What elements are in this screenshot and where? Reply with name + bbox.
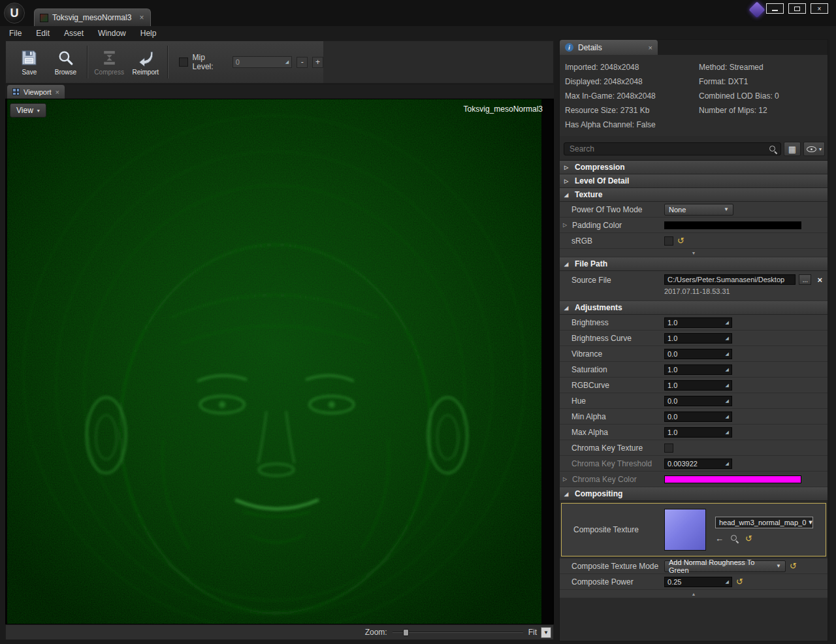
mip-level-spinbox[interactable]: 0 ◢ [233, 56, 292, 68]
property-row-power-of-two: Power Of Two Mode None ▼ [560, 202, 828, 217]
brightness-input[interactable]: 1.0 ◢ [664, 317, 732, 328]
composite-texture-picker[interactable]: head_wm3_normal_map_0 ▾ [715, 517, 813, 528]
expand-icon[interactable]: ▷ [563, 222, 570, 228]
use-selected-asset-icon[interactable]: ← [715, 534, 724, 543]
clear-path-icon[interactable]: × [817, 275, 822, 285]
power-of-two-dropdown[interactable]: None ▼ [664, 204, 733, 216]
asset-tab[interactable]: Toksvig_mesoNormal3 × [34, 8, 151, 26]
info-icon: i [565, 43, 573, 52]
reimport-button[interactable]: Reimport [127, 43, 164, 81]
chevron-down-icon: ▼ [543, 630, 549, 636]
category-compositing[interactable]: ◢ Compositing [560, 487, 828, 501]
search-box [564, 142, 781, 155]
mip-plus-button[interactable]: + [312, 57, 323, 68]
category-label: Texture [575, 190, 602, 199]
info-format: Format: DXT1 [699, 74, 821, 89]
reset-to-default-icon[interactable]: ↺ [736, 577, 743, 586]
composite-power-input[interactable]: 0.25 ◢ [664, 577, 732, 587]
expand-icon: ▷ [564, 178, 570, 184]
reset-to-default-icon[interactable]: ↺ [790, 562, 797, 570]
brightness-curve-label: Brightness Curve [571, 334, 632, 343]
vibrance-label: Vibrance [571, 349, 602, 359]
info-method: Method: Streamed [699, 60, 821, 74]
category-file-path[interactable]: ◢ File Path [560, 257, 828, 271]
zoom-slider[interactable] [393, 628, 523, 637]
max-alpha-input[interactable]: 1.0 ◢ [664, 427, 732, 438]
menu-help[interactable]: Help [140, 29, 157, 38]
reset-to-default-icon[interactable]: ↺ [677, 236, 684, 245]
find-in-browser-icon[interactable] [730, 534, 739, 543]
texture-preview[interactable] [7, 99, 541, 624]
close-button[interactable]: × [811, 3, 828, 14]
zoom-label: Zoom: [365, 628, 387, 637]
menu-file[interactable]: File [9, 29, 22, 38]
composite-texture-thumbnail[interactable] [664, 509, 706, 551]
reset-to-default-icon[interactable]: ↺ [745, 534, 752, 543]
min-alpha-input[interactable]: 0.0 ◢ [664, 411, 732, 422]
category-texture[interactable]: ◢ Texture [560, 188, 828, 202]
menu-asset[interactable]: Asset [64, 29, 84, 38]
details-tab-close-icon[interactable]: × [649, 44, 652, 52]
maximize-button[interactable] [788, 3, 806, 14]
toolbar: Save Browse C [5, 40, 554, 84]
compositing-advanced-expander[interactable]: ▲ [560, 590, 828, 598]
mip-level-checkbox[interactable] [179, 57, 188, 67]
category-compression[interactable]: ▷ Compression [560, 161, 828, 174]
view-options-grid-button[interactable]: ▦ [784, 142, 801, 156]
minimize-button[interactable] [766, 3, 784, 14]
asset-tab-close-icon[interactable]: × [139, 13, 144, 22]
category-adjustments[interactable]: ◢ Adjustments [560, 301, 828, 315]
zoom-slider-thumb[interactable] [403, 629, 409, 636]
chroma-key-texture-checkbox[interactable] [664, 443, 673, 453]
visibility-filter-button[interactable]: ▾ [803, 142, 825, 156]
info-has-alpha: Has Alpha Channel: False [565, 118, 699, 132]
composite-mode-dropdown[interactable]: Add Normal Roughness To Green ▼ [664, 560, 786, 572]
search-input[interactable] [564, 142, 781, 155]
mip-minus-button[interactable]: - [297, 57, 308, 68]
rgbcurve-input[interactable]: 1.0 ◢ [664, 380, 732, 391]
grid-icon: ▦ [788, 144, 796, 154]
texture-asset-icon [40, 14, 48, 22]
srgb-checkbox[interactable] [664, 236, 673, 246]
info-resource-size: Resource Size: 2731 Kb [565, 103, 699, 118]
spinner-icon: ◢ [726, 351, 729, 357]
browse-button[interactable]: Browse [48, 43, 84, 81]
chevron-down-icon: ▾ [819, 146, 822, 152]
browse-magnifier-icon [57, 49, 74, 67]
zoom-slider-track[interactable] [393, 632, 523, 633]
chroma-key-threshold-input[interactable]: 0.003922 ◢ [664, 459, 732, 469]
eye-icon [807, 146, 816, 152]
asset-tab-label: Toksvig_mesoNormal3 [52, 13, 131, 22]
vibrance-input[interactable]: 0.0 ◢ [664, 349, 732, 359]
hue-input[interactable]: 0.0 ◢ [664, 396, 732, 406]
expand-icon[interactable]: ▷ [563, 476, 570, 482]
spinner-icon: ◢ [285, 59, 289, 65]
collapse-icon: ◢ [564, 192, 570, 198]
menu-window[interactable]: Window [98, 29, 126, 38]
tab-details[interactable]: i Details × [560, 40, 658, 55]
info-displayed: Displayed: 2048x2048 [565, 74, 699, 89]
brightness-curve-input[interactable]: 1.0 ◢ [664, 333, 732, 344]
menu-edit[interactable]: Edit [36, 29, 50, 38]
fit-dropdown-button[interactable]: ▼ [541, 627, 551, 638]
tab-viewport[interactable]: Viewport × [7, 85, 65, 99]
view-menu-button[interactable]: View ▾ [10, 103, 46, 118]
saturation-input[interactable]: 1.0 ◢ [664, 364, 732, 375]
texture-advanced-expander[interactable]: ▼ [560, 249, 828, 257]
max-alpha-label: Max Alpha [571, 428, 608, 437]
property-row-min-alpha: Min Alpha 0.0 ◢ [560, 409, 828, 425]
property-label: sRGB [560, 236, 664, 246]
viewport-tab-close-icon[interactable]: × [56, 88, 59, 96]
mip-level-group: Mip Level: 0 ◢ - + [179, 53, 323, 71]
category-level-of-detail[interactable]: ▷ Level Of Detail [560, 174, 828, 188]
texture-viewport[interactable]: View ▾ Toksvig_mesoNormal3 [5, 99, 554, 624]
source-file-field[interactable]: C:/Users/Peter.Sumanaseni/Desktop [664, 274, 796, 285]
category-label: Compositing [575, 489, 622, 498]
reimport-label: Reimport [133, 69, 159, 76]
padding-color-swatch[interactable] [664, 221, 801, 229]
save-button[interactable]: Save [11, 43, 48, 81]
compress-icon [101, 49, 118, 67]
browse-file-button[interactable]: ... [799, 274, 811, 285]
property-value: None ▼ [664, 204, 828, 216]
chroma-key-color-swatch[interactable] [664, 475, 801, 483]
